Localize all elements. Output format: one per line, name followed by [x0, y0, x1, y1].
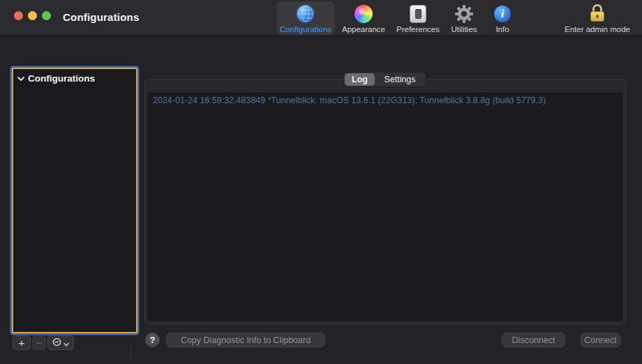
- tunnelblick-window: Configurations Configurations: [0, 0, 642, 364]
- window-title: Configurations: [63, 11, 139, 23]
- close-window-button[interactable]: [14, 11, 23, 20]
- remove-configuration-button[interactable]: −: [32, 335, 46, 350]
- disconnect-button[interactable]: Disconnect: [502, 333, 565, 347]
- tab-settings[interactable]: Settings: [375, 73, 425, 86]
- tab-log[interactable]: Log: [345, 73, 375, 86]
- lock-icon: [590, 3, 605, 24]
- gear-menu-icon: [52, 337, 61, 349]
- chevron-down-icon[interactable]: [17, 76, 24, 82]
- toolbar-label-info: Info: [495, 25, 509, 33]
- chevron-down-icon: [64, 337, 69, 349]
- minimize-window-button[interactable]: [28, 11, 37, 20]
- toolbar-label-utilities: Utilities: [451, 25, 477, 33]
- toolbar-item-utilities[interactable]: Utilities: [446, 1, 482, 35]
- toolbar-item-preferences[interactable]: Preferences: [392, 1, 444, 35]
- log-output[interactable]: 2024-01-24 16:59:32.483849 *Tunnelblick:…: [148, 93, 622, 321]
- toolbar-label-appearance: Appearance: [342, 25, 385, 33]
- zoom-window-button[interactable]: [42, 11, 51, 20]
- log-settings-tabs: Log Settings: [343, 72, 426, 87]
- toolbar-item-appearance[interactable]: Appearance: [340, 1, 387, 35]
- log-line: 2024-01-24 16:59:32.483849 *Tunnelblick:…: [149, 93, 622, 105]
- titlebar: Configurations Configurations: [0, 0, 642, 36]
- configurations-list[interactable]: Configurations: [12, 68, 137, 333]
- toolbar-label-configurations: Configurations: [280, 25, 331, 33]
- info-icon: i: [494, 3, 511, 24]
- toolbar-label-enter-admin-mode: Enter admin mode: [565, 25, 630, 33]
- toolbar-item-configurations[interactable]: Configurations: [276, 1, 335, 35]
- toolbar-item-enter-admin-mode[interactable]: Enter admin mode: [558, 1, 636, 35]
- toolbar-label-preferences: Preferences: [396, 25, 440, 33]
- configuration-action-menu-button[interactable]: [47, 335, 74, 350]
- configurations-root-label: Configurations: [28, 73, 95, 84]
- preferences-panel-icon: [410, 3, 426, 24]
- help-button[interactable]: ?: [145, 333, 160, 347]
- globe-icon: [297, 3, 315, 24]
- toolbar-item-info[interactable]: i Info: [489, 1, 516, 35]
- configurations-root-row[interactable]: Configurations: [13, 69, 136, 84]
- gear-icon: [454, 3, 474, 24]
- copy-diagnostic-info-button[interactable]: Copy Diagnostic Info to Clipboard: [166, 333, 325, 347]
- log-panel: 2024-01-24 16:59:32.483849 *Tunnelblick:…: [144, 79, 626, 324]
- connect-button[interactable]: Connect: [581, 333, 620, 347]
- add-configuration-button[interactable]: +: [13, 335, 31, 350]
- footer-divider: [130, 347, 131, 361]
- color-wheel-icon: [354, 3, 373, 24]
